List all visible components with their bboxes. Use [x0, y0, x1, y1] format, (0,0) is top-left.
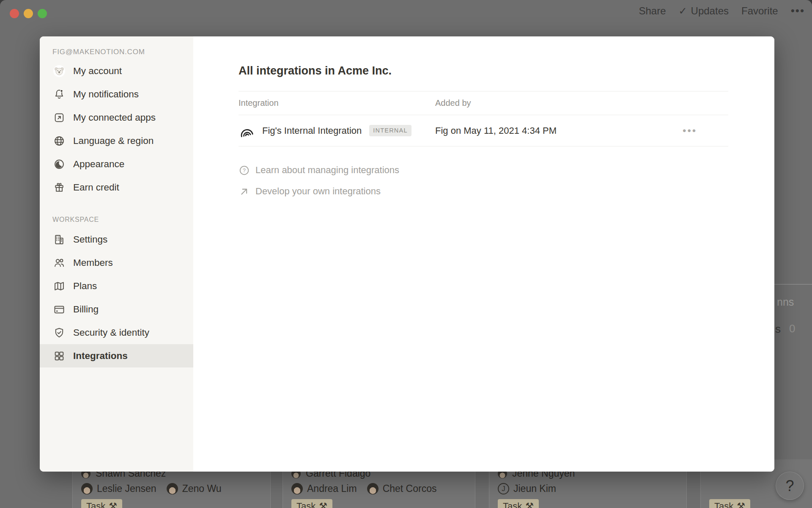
integration-row[interactable]: Fig's Internal Integration INTERNAL Fig …: [239, 115, 728, 146]
help-circle-icon: ?: [239, 165, 250, 176]
link-label: Develop your own integrations: [255, 186, 381, 197]
sidebar-item-label: Security & identity: [73, 327, 149, 338]
share-label: Share: [639, 5, 666, 17]
task-badge: Task ⚒: [291, 499, 332, 508]
sidebar-item-settings[interactable]: Settings: [40, 228, 193, 251]
background-divider: [774, 284, 812, 284]
account-email: FIG@MAKENOTION.COM: [52, 48, 145, 56]
fig-arcs-logo-icon: [239, 123, 255, 139]
share-button[interactable]: Share: [639, 5, 666, 17]
table-header: Integration Added by: [239, 91, 728, 115]
window-controls: [10, 9, 47, 18]
workspace-section: Settings Members: [40, 228, 193, 367]
arrow-up-right-box-icon: [53, 111, 66, 124]
sidebar-item-label: My notifications: [73, 89, 139, 100]
added-by-value: Fig on May 11, 2021 4:34 PM: [435, 125, 557, 136]
globe-icon: [53, 135, 66, 147]
hammer-icon: ⚒: [109, 501, 117, 508]
updates-button[interactable]: ✓ Updates: [678, 5, 729, 17]
question-mark-icon: ?: [785, 477, 794, 495]
task-label: Task: [296, 501, 315, 508]
arrow-up-right-icon: [239, 186, 250, 197]
task-label: Task: [714, 501, 733, 508]
column-header-integration: Integration: [239, 98, 279, 108]
avatar: [367, 483, 379, 494]
background-text-fragment: nns: [777, 296, 794, 308]
shield-check-icon: [53, 326, 66, 339]
settings-sidebar: FIG@MAKENOTION.COM M: [40, 36, 193, 472]
task-badge: Task ⚒: [709, 499, 750, 508]
integration-name: Fig's Internal Integration: [262, 125, 362, 136]
person-chip: J Jieun Kim: [498, 483, 556, 494]
sidebar-item-integrations[interactable]: Integrations: [40, 344, 193, 367]
person-name: Chet Corcos: [383, 483, 437, 494]
card-task-row: Task ⚒: [498, 499, 539, 508]
card-task-row: Task ⚒: [291, 499, 332, 508]
grid-icon: [53, 350, 66, 362]
avatar: [291, 483, 303, 494]
card-task-row: Task ⚒: [709, 499, 750, 508]
develop-integrations-link[interactable]: Develop your own integrations: [239, 184, 381, 199]
sidebar-item-plans[interactable]: Plans: [40, 274, 193, 298]
gift-icon: [53, 181, 66, 194]
account-section: My account My notifications: [40, 59, 193, 199]
sidebar-item-earn-credit[interactable]: Earn credit: [40, 176, 193, 199]
person-chip: Zeno Wu: [167, 483, 222, 494]
link-label: Learn about managing integrations: [255, 165, 399, 176]
card-people-row: Andrea Lim Chet Corcos: [291, 483, 442, 494]
person-name: Andrea Lim: [307, 483, 357, 494]
minimize-window-button[interactable]: [24, 9, 33, 18]
person-name: Jieun Kim: [513, 483, 556, 494]
bell-icon: [53, 88, 66, 101]
updates-label: Updates: [691, 5, 729, 17]
sidebar-item-my-account[interactable]: My account: [40, 59, 193, 83]
person-chip: Chet Corcos: [367, 483, 437, 494]
building-icon: [53, 233, 66, 246]
sidebar-item-label: My account: [73, 66, 122, 77]
sidebar-item-label: Billing: [73, 304, 99, 315]
row-more-options-button[interactable]: •••: [683, 115, 697, 146]
map-icon: [53, 280, 66, 293]
sidebar-item-appearance[interactable]: Appearance: [40, 152, 193, 176]
svg-text:?: ?: [243, 168, 246, 174]
account-avatar-icon: [53, 65, 66, 77]
sidebar-item-label: Settings: [73, 234, 107, 245]
sidebar-item-label: Language & region: [73, 135, 154, 146]
background-text-fragment: s: [775, 323, 781, 336]
person-chip: Leslie Jensen: [81, 483, 156, 494]
person-name: Leslie Jensen: [97, 483, 156, 494]
hammer-icon: ⚒: [525, 501, 534, 508]
check-icon: ✓: [678, 5, 687, 17]
initial-avatar: J: [498, 483, 509, 494]
card-people-row: Leslie Jensen Zeno Wu: [81, 483, 228, 494]
page-title: All integrations in Acme Inc.: [239, 64, 392, 77]
sidebar-item-my-notifications[interactable]: My notifications: [40, 83, 193, 106]
sidebar-item-billing[interactable]: Billing: [40, 298, 193, 321]
background-count-fragment: 0: [789, 322, 795, 335]
sidebar-item-label: Earn credit: [73, 182, 119, 193]
task-label: Task: [503, 501, 522, 508]
favorite-button[interactable]: Favorite: [741, 5, 778, 17]
more-options-button[interactable]: •••: [791, 4, 805, 17]
learn-managing-integrations-link[interactable]: ? Learn about managing integrations: [239, 163, 399, 178]
hammer-icon: ⚒: [737, 501, 745, 508]
sidebar-item-language-region[interactable]: Language & region: [40, 129, 193, 152]
ellipsis-icon: •••: [791, 4, 805, 17]
task-label: Task: [86, 501, 105, 508]
card-task-row: Task ⚒: [81, 499, 122, 508]
task-badge: Task ⚒: [81, 499, 122, 508]
favorite-label: Favorite: [741, 5, 778, 17]
sidebar-item-members[interactable]: Members: [40, 251, 193, 274]
sidebar-item-security-identity[interactable]: Security & identity: [40, 321, 193, 344]
sidebar-item-label: Integrations: [73, 351, 128, 362]
credit-card-icon: [53, 303, 66, 316]
help-button[interactable]: ?: [776, 472, 804, 500]
ellipsis-icon: •••: [683, 125, 697, 137]
close-window-button[interactable]: [10, 9, 19, 18]
sidebar-item-label: My connected apps: [73, 112, 156, 123]
person-chip: Andrea Lim: [291, 483, 357, 494]
integrations-panel: All integrations in Acme Inc. Integratio…: [193, 36, 774, 472]
avatar: [81, 483, 93, 494]
zoom-window-button[interactable]: [38, 9, 47, 18]
sidebar-item-my-connected-apps[interactable]: My connected apps: [40, 106, 193, 129]
